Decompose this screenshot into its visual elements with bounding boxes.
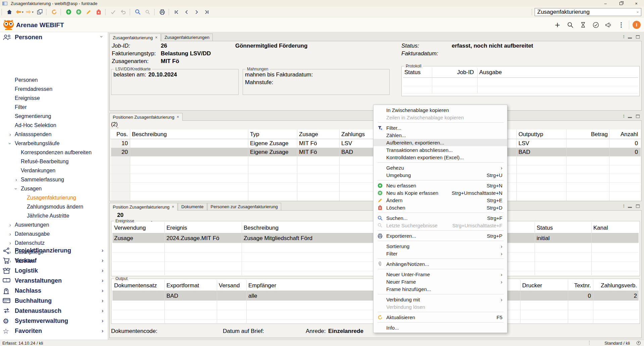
announcements-button[interactable] [602,18,615,31]
sidebar-item-anlassspenden[interactable]: ›Anlassspenden [0,130,108,139]
sidebar-module-personen[interactable]: Personen › [0,33,108,43]
menu-item-neu-erfassen[interactable]: Neu erfassenStrg+N [374,182,507,189]
search-results-button[interactable] [143,8,152,16]
sidebar-item-datenausgabe[interactable]: ›Datenausgabe [0,230,108,239]
print-button[interactable] [158,8,166,16]
col-verwendung[interactable]: Verwendung [114,225,163,231]
pane-minimize-icon[interactable] [628,117,632,118]
col-ereignis[interactable]: Ereignis [166,225,240,231]
menu-item-gehezu[interactable]: Gehezu› [374,164,507,171]
sidebar-item-verdankungen[interactable]: Verdankungen [0,166,108,175]
user-avatar[interactable]: I [633,21,641,29]
close-icon[interactable]: × [172,205,174,209]
sidebar-item-korrespondenzen-aufbereiten[interactable]: Korrespondenzen aufbereiten [0,148,108,157]
col-outputtyp[interactable]: Outputtyp [518,131,567,138]
tab-personen-zur-zusagenfakturierung[interactable]: Personen zur Zusagenfakturierung [207,203,281,210]
menu-item-aendern[interactable]: ÄndernStrg+E [374,196,507,204]
context-select[interactable]: Zusagenfakturierung › [535,8,641,16]
edit-button[interactable] [84,8,93,16]
menu-item-transaktionen-abschliessen[interactable]: Transaktionen abschliessen... [374,146,507,154]
first-record-button[interactable] [172,8,181,16]
menu-item-kontrolldaten-exportieren[interactable]: Kontrolldaten exportieren (Excel)... [374,154,507,161]
sidebar-module-favoriten[interactable]: ☆ Favoriten › [0,326,108,336]
sidebar-module-projektfinanzierung[interactable]: Projektfinanzierung › [0,246,108,256]
add-button[interactable]: + [551,18,564,31]
menu-item-info[interactable]: Info... [374,324,507,331]
col-kanal[interactable]: Kanal [593,225,635,231]
home-button[interactable] [5,8,14,16]
menu-item-neuer-frame[interactable]: Neuer Frame› [374,278,507,285]
sidebar-item-sammelerfassung[interactable]: ›Sammelerfassung [0,175,108,184]
tab-zusagenfakturierung[interactable]: Zusagenfakturierung× [109,34,161,41]
col-betrag[interactable]: Betrag [568,131,608,138]
history-button[interactable] [577,18,589,31]
menu-item-frame-hinzufuegen[interactable]: Frame hinzufügen... [374,285,507,293]
sidebar-module-systemverwaltung[interactable]: ⚙ Systemverwaltung › [0,316,108,326]
menu-item-zaehlen[interactable]: Zählen... [374,131,507,139]
menu-item-anhaenge-notizen[interactable]: Anhänge/Notizen... [374,260,507,268]
menu-item-umgebung[interactable]: UmgebungStrg+U [374,171,507,179]
menu-item-in-zwischenablage-kopieren[interactable]: In Zwischenablage kopieren [374,106,507,114]
new-copy-button[interactable] [74,8,83,16]
sidebar-item-zusagenfakturierung[interactable]: Zusagenfakturierung [0,193,108,203]
tab-positionen-zusagenfakturierung[interactable]: Positionen Zusagenfakturierung× [109,113,183,121]
close-button[interactable]: × [629,0,644,7]
col-drucker[interactable]: Drucker [522,282,566,289]
previous-record-button[interactable] [182,8,191,16]
search-button[interactable] [133,8,142,16]
more-menu-button[interactable]: ⋮ [615,18,628,31]
last-record-button[interactable] [202,8,211,16]
pane-grip-icon[interactable]: ⁞⁞ [623,114,624,119]
sidebar-item-personen[interactable]: Personen [0,76,108,85]
sidebar-item-zahlungsmodus-aendern[interactable]: Zahlungsmodus ändern [0,203,108,212]
menu-item-filter-submenu[interactable]: Filter› [374,250,507,257]
maximize-button[interactable] [613,0,629,7]
sidebar-module-nachlass[interactable]: Nachlass › [0,286,108,296]
menu-item-neuer-unter-frame[interactable]: Neuer Unter-Frame› [374,271,507,278]
next-record-button[interactable] [192,8,201,16]
col-anzahl[interactable]: Anzahl [611,131,638,138]
sidebar-item-refuse-bearbeitung[interactable]: Refusé-Bearbeitung [0,157,108,166]
tab-zusagenfakturierungen[interactable]: Zusagenfakturierungen [161,34,213,41]
col-status[interactable]: Status [537,225,590,231]
col-pos[interactable]: Pos. [111,131,128,138]
sidebar-item-filter[interactable]: Filter [0,103,108,112]
back-button[interactable]: ▾ [15,8,24,16]
menu-item-sortierung[interactable]: Sortierung› [374,242,507,250]
protokoll-col-status[interactable]: Status [404,69,431,76]
pane-maximize-icon[interactable] [636,205,640,208]
col-zusage[interactable]: Zusage [299,131,338,138]
sidebar-item-segmentierung[interactable]: Segmentierung [0,112,108,121]
pane-minimize-icon[interactable] [628,207,632,208]
sidebar-item-auswertungen[interactable]: ›Auswertungen [0,221,108,230]
pane-minimize-icon[interactable] [628,38,632,39]
clock-icon[interactable] [637,341,641,345]
new-button[interactable] [64,8,73,16]
menu-item-aufbereiten-exportieren[interactable]: Aufbereiten, exportieren... [374,139,507,146]
sidebar-item-jaehrliche-austritte[interactable]: Jährliche Austritte [0,212,108,221]
tasks-button[interactable] [589,18,602,31]
sidebar-module-logistik[interactable]: Logistik › [0,266,108,276]
windows-button[interactable] [35,8,44,16]
refresh-button[interactable] [50,8,58,16]
back-dropdown-caret[interactable]: ▾ [22,10,23,14]
tab-dokumente[interactable]: Dokumente [178,203,207,210]
menu-item-aktualisieren[interactable]: AktualisierenF5 [374,313,507,321]
col-beschreibung[interactable]: Beschreibung [132,131,246,138]
undo-button[interactable] [119,8,128,16]
forward-dropdown-caret[interactable]: ▾ [32,10,34,14]
sidebar-item-verarbeitungslaeufe[interactable]: ›Verarbeitungsläufe [0,139,108,148]
col-typ[interactable]: Typ [250,131,295,138]
menu-item-filter[interactable]: Filter... [374,124,507,131]
col-zahlungsverb[interactable]: Zahlungsverb. [595,282,637,289]
global-search-button[interactable] [564,18,577,31]
confirm-button[interactable] [109,8,117,16]
protokoll-col-ausgabe[interactable]: Ausgabe [479,69,546,76]
minimize-button[interactable]: – [598,0,613,7]
delete-button[interactable] [94,8,103,16]
menu-item-suchen[interactable]: Suchen...Strg+F [374,214,507,222]
pane-maximize-icon[interactable] [636,35,640,39]
menu-item-loeschen[interactable]: LöschenStrg+D [374,204,507,211]
sidebar-module-veranstaltungen[interactable]: Veranstaltungen › [0,276,108,286]
menu-item-neu-als-kopie-erfassen[interactable]: Neu als Kopie erfassenStrg+Umschalttaste… [374,189,507,196]
